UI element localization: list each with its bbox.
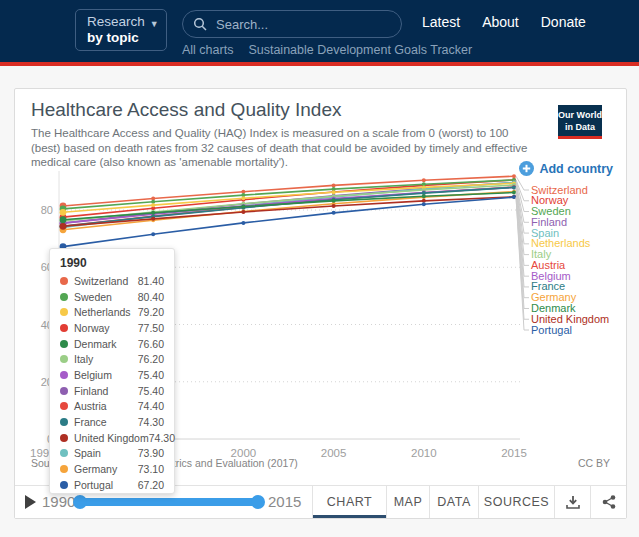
nav-links: LatestAboutDonate	[422, 14, 586, 30]
research-label: Research	[87, 14, 145, 29]
tooltip-row-finland: Finland75.40	[60, 383, 164, 399]
license-link[interactable]: CC BY	[578, 457, 610, 469]
legend-label-portugal[interactable]: Portugal	[531, 324, 572, 336]
tooltip-value: 77.50	[138, 322, 164, 334]
tooltip-value: 75.40	[138, 369, 164, 381]
sub-link-all-charts[interactable]: All charts	[182, 43, 233, 57]
tooltip-country: Norway	[74, 322, 138, 334]
series-dot-icon	[60, 465, 68, 473]
point-netherlands-2000	[241, 196, 245, 200]
line-norway[interactable]	[63, 180, 514, 217]
point-portugal-2015	[512, 195, 516, 199]
tooltip-country: Germany	[74, 463, 138, 475]
tooltip-row-denmark: Denmark76.60	[60, 336, 164, 352]
tooltip-country: Denmark	[74, 338, 138, 350]
tooltip-country: Italy	[74, 353, 138, 365]
point-switzerland-2000	[241, 190, 245, 194]
chart-tooltip: 1990 Switzerland81.40Sweden80.40Netherla…	[49, 248, 175, 494]
footer-tabs: CHARTMAPDATASOURCES	[312, 486, 554, 518]
owid-logo-line2: in Data	[558, 121, 602, 133]
series-dot-icon	[60, 308, 68, 316]
point-portugal-2010	[422, 202, 426, 206]
timeline-end-handle[interactable]	[251, 495, 265, 509]
sub-links: All chartsSustainable Development Goals …	[182, 43, 472, 57]
point-sweden-1995	[151, 200, 155, 204]
tooltip-year: 1990	[60, 256, 164, 273]
tooltip-country: Netherlands	[74, 306, 138, 318]
series-dot-icon	[60, 434, 68, 442]
tab-map[interactable]: MAP	[386, 486, 429, 518]
tooltip-row-spain: Spain73.90	[60, 446, 164, 462]
sub-link-sustainable-development-goals-tracker[interactable]: Sustainable Development Goals Tracker	[248, 43, 472, 57]
point-denmark-1995	[151, 211, 155, 215]
tooltip-row-portugal: Portugal67.20	[60, 477, 164, 493]
point-denmark-2015	[512, 191, 516, 195]
series-dot-icon	[60, 387, 68, 395]
timeline-start-label: 1990	[42, 493, 75, 510]
timeline-start-handle[interactable]	[73, 495, 87, 509]
point-denmark-2010	[422, 194, 426, 198]
play-button[interactable]	[25, 495, 36, 509]
tooltip-value: 81.40	[138, 275, 164, 287]
tooltip-row-united-kingdom: United Kingdom74.30	[60, 430, 164, 446]
series-dot-icon	[60, 481, 68, 489]
point-denmark-2005	[332, 199, 336, 203]
nav-link-latest[interactable]: Latest	[422, 14, 460, 30]
point-portugal-2005	[332, 211, 336, 215]
point-portugal-1995	[151, 232, 155, 236]
site-header: Research ▼ by topic LatestAboutDonate Al…	[0, 0, 639, 62]
chart-card: Healthcare Access and Quality Index The …	[14, 88, 627, 519]
series-dot-icon	[60, 324, 68, 332]
tooltip-value: 73.90	[138, 447, 164, 459]
tab-sources[interactable]: SOURCES	[478, 486, 554, 518]
point-switzerland-2015	[512, 174, 516, 178]
tooltip-row-germany: Germany73.10	[60, 461, 164, 477]
tooltip-value: 76.60	[138, 338, 164, 350]
tab-chart[interactable]: CHART	[312, 486, 386, 518]
tooltip-country: Austria	[74, 400, 138, 412]
point-united-kingdom-2000	[241, 210, 245, 214]
chevron-down-icon: ▼	[150, 19, 159, 29]
timeline-slider[interactable]	[77, 498, 263, 506]
download-button[interactable]	[554, 486, 591, 518]
tooltip-row-norway: Norway77.50	[60, 320, 164, 336]
tooltip-value: 67.20	[138, 479, 164, 491]
owid-logo[interactable]: Our World in Data	[558, 105, 602, 139]
chart-subtitle: The Healthcare Access and Quality (HAQ) …	[31, 126, 539, 170]
point-switzerland-2005	[332, 183, 336, 187]
point-denmark-2000	[241, 205, 245, 209]
download-icon	[565, 494, 581, 510]
series-dot-icon	[60, 293, 68, 301]
tooltip-rows: Switzerland81.40Sweden80.40Netherlands79…	[60, 273, 164, 493]
point-united-kingdom-2005	[332, 204, 336, 208]
page: Research ▼ by topic LatestAboutDonate Al…	[0, 0, 639, 537]
point-netherlands-1990	[60, 209, 67, 216]
search-box[interactable]	[182, 10, 402, 38]
point-united-kingdom-1990	[60, 223, 67, 230]
nav-link-about[interactable]: About	[482, 14, 519, 30]
tooltip-value: 74.40	[138, 400, 164, 412]
tooltip-country: Finland	[74, 385, 138, 397]
tooltip-value: 73.10	[138, 463, 164, 475]
tooltip-row-switzerland: Switzerland81.40	[60, 273, 164, 289]
point-united-kingdom-2010	[422, 199, 426, 203]
tooltip-country: Spain	[74, 447, 138, 459]
tooltip-country: Switzerland	[74, 275, 138, 287]
share-button[interactable]	[590, 486, 627, 518]
nav-link-donate[interactable]: Donate	[541, 14, 586, 30]
owid-logo-line1: Our World	[558, 109, 602, 121]
point-denmark-1990	[60, 216, 67, 223]
by-topic-label: by topic	[87, 30, 166, 45]
tooltip-row-netherlands: Netherlands79.20	[60, 304, 164, 320]
search-input[interactable]	[214, 16, 388, 33]
point-france-2015	[512, 185, 516, 189]
research-by-topic-button[interactable]: Research ▼ by topic	[75, 9, 167, 51]
share-icon	[601, 494, 617, 510]
tab-data[interactable]: DATA	[429, 486, 478, 518]
tooltip-row-france: France74.30	[60, 414, 164, 430]
series-dot-icon	[60, 277, 68, 285]
series-dot-icon	[60, 402, 68, 410]
series-dot-icon	[60, 340, 68, 348]
tooltip-country: France	[74, 416, 138, 428]
tooltip-value: 76.20	[138, 353, 164, 365]
